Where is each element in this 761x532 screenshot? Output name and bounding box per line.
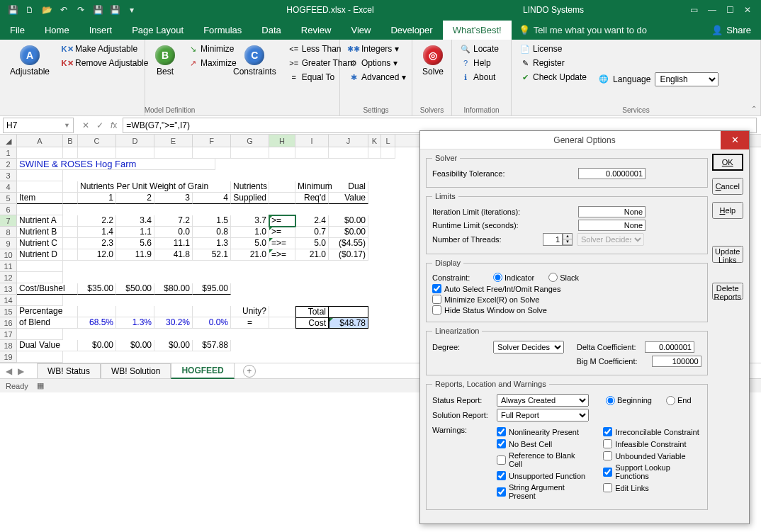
register-button[interactable]: ✎Register: [517, 57, 590, 69]
row-17[interactable]: 17: [0, 329, 17, 340]
ribbon-display-icon[interactable]: ▭: [690, 5, 698, 15]
col-G[interactable]: G: [231, 135, 269, 147]
row-11[interactable]: 11: [0, 261, 17, 272]
qat-redo-icon[interactable]: ↷: [75, 4, 86, 16]
macro-icon[interactable]: ▦: [37, 381, 44, 390]
feas-tol-input[interactable]: [578, 168, 646, 179]
sheet-prev-icon[interactable]: ◀: [6, 366, 12, 376]
solve-button[interactable]: ◎ Solve: [418, 43, 448, 114]
runtime-limit-input[interactable]: [578, 220, 646, 231]
make-adjustable-button[interactable]: K✕Make Adjustable: [60, 43, 151, 55]
qat-new-icon[interactable]: 🗋: [24, 4, 35, 16]
tab-file[interactable]: File: [0, 21, 35, 40]
nobest-checkbox[interactable]: [497, 439, 506, 448]
slack-radio[interactable]: [548, 273, 558, 282]
bigm-input[interactable]: [652, 356, 701, 367]
row-19[interactable]: 19: [0, 351, 17, 363]
add-sheet-button[interactable]: +: [243, 365, 256, 378]
qat-saveas-icon[interactable]: 💾: [92, 4, 103, 16]
active-cell[interactable]: >=: [269, 215, 295, 227]
tab-data[interactable]: Data: [252, 21, 291, 40]
row-5[interactable]: 5: [0, 193, 17, 204]
col-D[interactable]: D: [116, 135, 154, 147]
select-all[interactable]: ◢: [0, 135, 17, 147]
tab-formulas[interactable]: Formulas: [193, 21, 252, 40]
tab-whatsbest[interactable]: What'sBest!: [443, 21, 512, 40]
sheet-next-icon[interactable]: ▶: [18, 366, 24, 376]
col-A[interactable]: A: [17, 135, 63, 147]
best-button[interactable]: B Best: [151, 43, 179, 114]
row-18[interactable]: 18: [0, 340, 17, 351]
delete-reports-button[interactable]: Delete Reports: [712, 283, 743, 300]
col-L[interactable]: L: [381, 135, 395, 147]
col-H[interactable]: H: [269, 135, 295, 147]
col-J[interactable]: J: [329, 135, 368, 147]
cancel-formula-icon[interactable]: ✕: [82, 120, 89, 130]
tell-me-search[interactable]: 💡Tell me what you want to do: [512, 21, 654, 40]
row-2[interactable]: 2: [0, 159, 17, 170]
qat-save-icon[interactable]: 💾: [7, 4, 18, 16]
unsup-checkbox[interactable]: [497, 471, 506, 480]
enter-formula-icon[interactable]: ✓: [96, 120, 103, 130]
col-B[interactable]: B: [63, 135, 78, 147]
infeas-checkbox[interactable]: [603, 439, 612, 448]
qat-dropdown-icon[interactable]: ▾: [126, 4, 137, 16]
unbound-checkbox[interactable]: [603, 451, 612, 460]
qat-open-icon[interactable]: 📂: [41, 4, 52, 16]
qat-saveall-icon[interactable]: 💾: [109, 4, 120, 16]
end-radio[interactable]: [666, 396, 675, 405]
spin-up-icon[interactable]: ▲: [563, 234, 572, 239]
nonlin-checkbox[interactable]: [497, 427, 506, 436]
row-13[interactable]: 13: [0, 283, 17, 295]
indicator-radio[interactable]: [493, 273, 502, 282]
dialog-help-button[interactable]: Help: [712, 202, 743, 219]
col-I[interactable]: I: [295, 135, 329, 147]
refblank-checkbox[interactable]: [497, 455, 506, 465]
tab-home[interactable]: Home: [35, 21, 79, 40]
col-K[interactable]: K: [368, 135, 381, 147]
row-3[interactable]: 3: [0, 170, 17, 181]
threads-spinner[interactable]: ▲▼: [543, 233, 573, 246]
hide-status-checkbox[interactable]: [432, 305, 441, 315]
row-6[interactable]: 6: [0, 204, 17, 215]
auto-select-checkbox[interactable]: [432, 284, 441, 293]
sheet-tab-status[interactable]: WB! Status: [37, 363, 101, 378]
irrec-checkbox[interactable]: [603, 427, 612, 436]
name-box[interactable]: H7▼: [3, 118, 74, 133]
help-button[interactable]: ?Help: [458, 57, 502, 69]
row-9[interactable]: 9: [0, 238, 17, 249]
row-1[interactable]: 1: [0, 147, 17, 159]
dialog-close-button[interactable]: ✕: [721, 131, 749, 149]
sheet-tab-solution[interactable]: WB! Solution: [101, 363, 171, 378]
row-10[interactable]: 10: [0, 249, 17, 261]
update-links-button[interactable]: Update Links: [712, 246, 743, 263]
string-checkbox[interactable]: [497, 487, 506, 497]
col-E[interactable]: E: [154, 135, 193, 147]
row-8[interactable]: 8: [0, 227, 17, 238]
tab-view[interactable]: View: [341, 21, 380, 40]
constraints-button[interactable]: C Constraints: [229, 43, 281, 114]
editlinks-checkbox[interactable]: [603, 483, 612, 492]
minimize-excel-checkbox[interactable]: [432, 295, 441, 304]
qat-undo-icon[interactable]: ↶: [58, 4, 69, 16]
col-F[interactable]: F: [193, 135, 231, 147]
row-14[interactable]: 14: [0, 295, 17, 306]
status-report-select[interactable]: Always Created: [497, 394, 589, 407]
ok-button[interactable]: OK: [712, 154, 743, 171]
tab-review[interactable]: Review: [291, 21, 342, 40]
lookup-checkbox[interactable]: [603, 468, 612, 477]
tab-developer[interactable]: Developer: [380, 21, 442, 40]
threads-mode-select[interactable]: Solver Decides: [577, 233, 644, 246]
ribbon-collapse-icon[interactable]: ⌃: [751, 105, 757, 113]
row-12[interactable]: 12: [0, 272, 17, 283]
row-16[interactable]: 16: [0, 317, 17, 329]
fx-icon[interactable]: fx: [111, 120, 117, 130]
locate-button[interactable]: 🔍Locate: [458, 43, 502, 55]
license-button[interactable]: 📄License: [517, 43, 590, 55]
integers-button[interactable]: ✱✱Integers ▾: [346, 43, 409, 55]
cancel-button[interactable]: Cancel: [712, 178, 743, 195]
minimize-icon[interactable]: —: [708, 5, 716, 15]
col-C[interactable]: C: [78, 135, 116, 147]
language-select[interactable]: English: [655, 72, 718, 86]
row-15[interactable]: 15: [0, 306, 17, 317]
